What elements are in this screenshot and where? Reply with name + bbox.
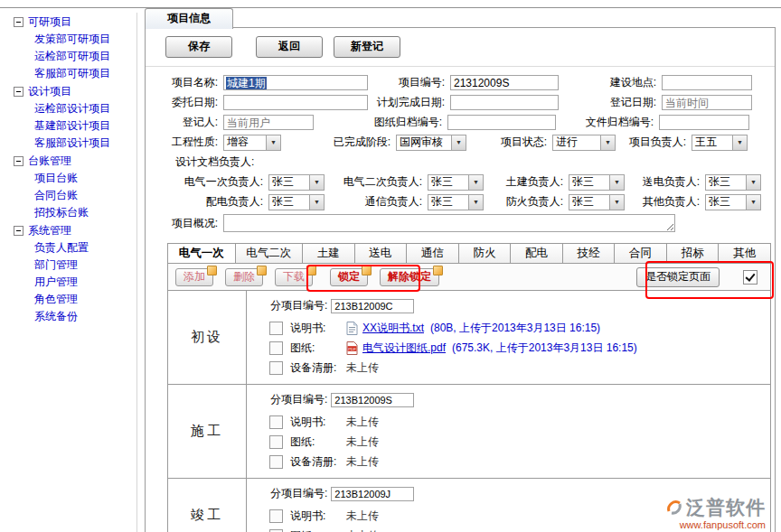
sidebar-item[interactable]: 系统备份: [0, 308, 136, 325]
vendor-url: www.fanpusoft.com: [665, 519, 766, 530]
chevron-down-icon: ▼: [468, 175, 483, 190]
sidebar-item[interactable]: 基建部设计项目: [0, 117, 136, 135]
sidebar-item[interactable]: 招投标台账: [0, 204, 136, 221]
chevron-down-icon: ▼: [309, 175, 324, 190]
tab-power-send[interactable]: 送电: [355, 244, 408, 263]
file-checkbox[interactable]: [269, 322, 283, 335]
tab-power-dist[interactable]: 配电: [511, 244, 563, 263]
sidebar-item[interactable]: 发策部可研项目: [0, 31, 136, 48]
sidebar-item[interactable]: 部门管理: [0, 257, 136, 274]
sub-project-no-input[interactable]: [331, 393, 414, 407]
app-window: 可研项目 发策部可研项目 运检部可研项目 客服部可研项目 设计项目 运检部设计项…: [0, 0, 781, 532]
back-button[interactable]: 返回: [256, 36, 323, 58]
file-item-row: 说明书: XX说明书.txt (80B, 上传于2013年3月13日 16:15…: [247, 318, 770, 338]
power-dist-leader-select[interactable]: 张三 ▼: [268, 194, 325, 210]
tab-other[interactable]: 其他: [719, 244, 770, 263]
sidebar-section-label[interactable]: 设计项目: [28, 84, 71, 99]
file-checkbox[interactable]: [269, 341, 283, 355]
tab-comm[interactable]: 通信: [407, 244, 459, 263]
overview-textarea[interactable]: [223, 214, 675, 232]
sidebar-item[interactable]: 用户管理: [0, 274, 136, 291]
file-checkbox[interactable]: [269, 529, 283, 532]
lock-button[interactable]: 锁定: [330, 268, 368, 286]
tree-collapse-icon[interactable]: [14, 226, 24, 236]
entrust-date-label: 委托日期:: [146, 95, 221, 110]
file-checkbox[interactable]: [269, 435, 283, 449]
plan-finish-date-input[interactable]: [450, 95, 559, 110]
file-archive-no-input[interactable]: [659, 115, 749, 130]
tree-collapse-icon[interactable]: [14, 87, 24, 97]
sidebar-section-design[interactable]: 设计项目: [0, 82, 136, 100]
tab-bidding[interactable]: 招标: [667, 244, 720, 263]
file-link[interactable]: XX说明书.txt: [362, 321, 424, 336]
tab-elec-primary[interactable]: 电气一次: [168, 244, 236, 263]
finished-stage-label: 已完成阶段:: [281, 135, 394, 150]
other-leader-select[interactable]: 张三 ▼: [705, 194, 761, 210]
upload-status: 未上传: [346, 434, 379, 450]
fire-leader-select[interactable]: 张三 ▼: [569, 194, 625, 210]
entrust-date-input[interactable]: [223, 95, 368, 110]
sidebar-item[interactable]: 运检部设计项目: [0, 100, 136, 117]
sidebar-item[interactable]: 客服部可研项目: [0, 65, 136, 82]
build-site-input[interactable]: [662, 75, 752, 90]
registrant-input[interactable]: [223, 115, 314, 130]
sub-project-no-input[interactable]: [331, 299, 414, 313]
power-send-leader-select[interactable]: 张三 ▼: [705, 174, 761, 191]
file-checkbox[interactable]: [269, 361, 283, 375]
file-checkbox[interactable]: [269, 415, 283, 429]
project-leader-select[interactable]: 王五 ▼: [692, 135, 748, 151]
sidebar-section-label[interactable]: 系统管理: [28, 223, 71, 238]
phase-row-preliminary: 初设 分项目编号: 说明书: XX说明书.txt (80B, 上传于2013年3…: [168, 291, 770, 385]
tab-elec-secondary[interactable]: 电气二次: [236, 244, 304, 263]
drawing-archive-no-label: 图纸归档编号:: [314, 115, 446, 130]
category-tab-strip: 电气一次 电气二次 土建 送电 通信 防火 配电 技经 合同 招标 其他: [168, 244, 770, 264]
sidebar-section-research[interactable]: 可研项目: [0, 13, 136, 31]
sidebar-section-system[interactable]: 系统管理: [0, 221, 136, 239]
delete-button[interactable]: 删除: [225, 268, 263, 286]
download-button[interactable]: 下载: [275, 268, 313, 286]
file-checkbox[interactable]: [269, 509, 283, 523]
unlock-button[interactable]: 解除锁定: [380, 268, 439, 286]
sidebar-section-label[interactable]: 台账管理: [28, 154, 71, 169]
tab-contract[interactable]: 合同: [615, 244, 667, 263]
sidebar-item[interactable]: 客服部设计项目: [0, 135, 136, 152]
edit-corner-icon: [207, 266, 217, 275]
sidebar-section-ledger[interactable]: 台账管理: [0, 152, 136, 170]
comm-leader-select[interactable]: 张三 ▼: [428, 194, 484, 210]
phase-name: 竣工: [168, 479, 247, 532]
drawing-archive-no-input[interactable]: [447, 115, 556, 130]
sidebar-item[interactable]: 运检部可研项目: [0, 48, 136, 65]
elec-primary-select[interactable]: 张三 ▼: [268, 174, 325, 191]
finished-stage-select[interactable]: 国网审核 ▼: [396, 135, 466, 151]
register-date-input[interactable]: [662, 95, 752, 110]
vendor-name: 泛普软件: [686, 495, 766, 520]
sidebar-item[interactable]: 负责人配置: [0, 239, 136, 257]
sidebar-item[interactable]: 项目台账: [0, 170, 136, 187]
selected-text: 城建1期: [226, 77, 267, 89]
save-button[interactable]: 保存: [165, 36, 232, 58]
new-register-button[interactable]: 新登记: [334, 36, 400, 58]
tab-civil[interactable]: 土建: [303, 244, 355, 263]
project-status-select[interactable]: 进行 ▼: [552, 135, 616, 151]
project-nature-select[interactable]: 增容 ▼: [223, 135, 281, 151]
project-no-input[interactable]: [450, 75, 559, 90]
sidebar-section-label[interactable]: 可研项目: [28, 14, 71, 30]
tab-tech-econ[interactable]: 技经: [563, 244, 616, 263]
tab-fire[interactable]: 防火: [459, 244, 512, 263]
elec-secondary-select[interactable]: 张三 ▼: [428, 174, 484, 191]
civil-leader-select[interactable]: 张三 ▼: [569, 174, 625, 191]
file-link[interactable]: 电气设计图纸.pdf: [362, 341, 446, 356]
file-checkbox[interactable]: [269, 455, 283, 469]
sidebar-item[interactable]: 角色管理: [0, 291, 136, 308]
tab-project-info[interactable]: 项目信息: [145, 8, 233, 29]
lock-page-checkbox[interactable]: [743, 270, 757, 285]
sidebar-item[interactable]: 合同台账: [0, 187, 136, 204]
file-meta: (80B, 上传于2013年3月13日 16:15): [430, 321, 600, 336]
lock-page-button[interactable]: 是否锁定页面: [636, 267, 720, 287]
add-button[interactable]: 添加: [175, 268, 213, 286]
tree-collapse-icon[interactable]: [14, 17, 24, 27]
register-date-label: 登记日期:: [559, 95, 660, 110]
project-name-input[interactable]: 城建1期: [223, 75, 368, 90]
tree-collapse-icon[interactable]: [14, 156, 24, 166]
sub-project-no-input[interactable]: [331, 487, 414, 501]
